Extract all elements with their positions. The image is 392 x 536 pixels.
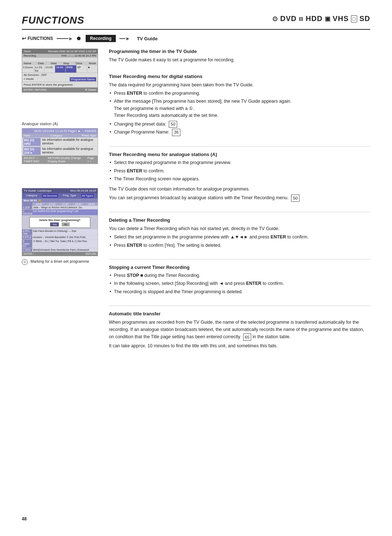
sd-icon: □ xyxy=(351,15,357,22)
section-body-digital: The data required for programming have b… xyxy=(109,81,370,136)
data-start-cell: 14:00 xyxy=(45,65,55,73)
spacer-mid xyxy=(22,93,102,122)
ch-info3sat: 2 Info/3sat xyxy=(22,209,32,215)
tvguide-times-row: 16:30 17:00 17:30 18:00 18:30 xyxy=(22,202,98,206)
analogue-row2: 902 (A) ZDF► No information available fo… xyxy=(22,147,98,156)
section-title-programming: Programming the timer in the TV Guide xyxy=(109,49,370,54)
section-timer-analogue: Timer Recording menu for analogue statio… xyxy=(109,152,370,202)
screen1-recording-row: Recording VHS –:– – 12:40:48 20.2 FRI xyxy=(22,54,98,58)
col-drive: Drive xyxy=(75,62,82,65)
enter-instruction: Press ENTER to store the programme. xyxy=(22,82,98,87)
section-stopping: Stopping a current Timer Recording Press… xyxy=(109,265,370,295)
tvguide-time-cells: 16:30 17:00 17:30 18:00 18:30 xyxy=(32,202,98,206)
digital-bullet-2: After the message [This programme has be… xyxy=(109,98,370,119)
ch-902-info: No information available for analogue se… xyxy=(42,147,97,155)
screen1-timer-label: Timer xyxy=(24,50,31,53)
vhs-icon: ▣ xyxy=(325,15,331,22)
dialog-no-button[interactable]: No xyxy=(62,222,70,226)
tvguide-date: Mon 06.03. 🔒 xyxy=(22,199,98,202)
data-name-cell: 3.Euros xyxy=(22,65,34,73)
screen1-remain: Remain HDD 34:14 SP DVD 1:02 SP xyxy=(48,50,96,53)
tvguide-row-superrt: 6 Super RT ⑦ Blintz – Ec | Takt Tur. Gal… xyxy=(22,240,98,248)
section-programming-timer: Programming the timer in the TV Guide Th… xyxy=(109,49,370,64)
section-title-digital: Timer Recording menu for digital station… xyxy=(109,74,370,79)
category-filter-label: Category xyxy=(26,194,37,198)
screen1-vhs-info: VHS –:– – 12:40:48 20.2 FRI xyxy=(61,54,96,57)
section-body-analogue: Select the required programme in the pro… xyxy=(109,159,370,202)
time-1800: 18:00 xyxy=(72,202,85,206)
analogue-bullet-2: Press ENTER to confirm. xyxy=(109,168,370,175)
stopping-bullet-2: In the following screen, select [Stop Re… xyxy=(109,280,370,287)
analogue-extra-2: You can set programmes broadcast by anal… xyxy=(109,194,370,202)
annotation-text: Marking for a timer-set programme xyxy=(30,259,89,263)
ch-zdf: 1 ZDF xyxy=(22,206,32,209)
section-title-deleting: Deleting a Timer Recording xyxy=(109,217,370,223)
section-timer-digital: Timer Recording menu for digital station… xyxy=(109,74,370,136)
tvguide-return-label: RETURN xyxy=(86,253,96,255)
section-automatic: Automatic title transfer When programmes… xyxy=(109,311,370,349)
nav-functions-item: ↩ FUNCTIONS xyxy=(22,36,53,41)
prog-info3sat: Ger Delete this timer programming? Leb xyxy=(32,209,98,215)
page-ref-50: 50 xyxy=(169,121,177,128)
analogue-bullets: Select the required programme in the pro… xyxy=(109,159,370,183)
tvguide-title: TV Guide: Landscape xyxy=(24,189,52,192)
deleting-bullets: Select the set programme in the programm… xyxy=(109,234,370,249)
tvguide-ch-col-header xyxy=(22,202,32,206)
time-1830: 18:30 xyxy=(85,202,98,206)
page-header: FUNCTIONS ⊙ DVD ⊟ HDD ▣ VHS □ SD xyxy=(22,15,370,30)
stopping-bullets: Press STOP ■ during the Timer Recording.… xyxy=(109,272,370,295)
divider-1 xyxy=(109,146,370,147)
dialog-yes-button[interactable]: Yes xyxy=(50,222,59,226)
tvguide-lock-icon: 🔒 xyxy=(38,199,41,202)
analogue-label: Analogue station (A) xyxy=(22,122,102,126)
deleting-bullet-1: Select the set programme in the programm… xyxy=(109,234,370,241)
enter-return-label: ENTER / RETURN xyxy=(24,88,46,91)
section-body-automatic: When programmes are recorded from the TV… xyxy=(109,319,370,349)
programming-intro: The TV Guide makes it easy to set a prog… xyxy=(109,56,370,64)
select-timer: SELECT ← TIMER REC xyxy=(24,156,48,163)
zone1-label: All Services : ZDF xyxy=(24,73,47,77)
automatic-extra: It can take approx. 10 minutes to find t… xyxy=(109,342,370,349)
digital-bullets: Press ENTER to confirm the programming. … xyxy=(109,90,370,119)
tvguide-date-label: Mon 06.03. xyxy=(24,199,37,202)
analogue-bottom: SELECT ← TIMER REC RETURN |Guide| Change… xyxy=(22,156,98,164)
ch-rtl2: 5 RTL2 xyxy=(22,236,32,239)
ch-902: 902 (A) ZDF► xyxy=(23,147,41,155)
nav-tvguide-label: TV Guide xyxy=(137,36,158,41)
dialog-title: Delete this timer programming? xyxy=(32,218,88,222)
all-services-filter: All Services xyxy=(42,194,58,198)
col-stop: Stop xyxy=(63,62,69,65)
prog-name-cell: Programme Name xyxy=(70,77,96,81)
tvguide-row-info3sat: 2 Info/3sat Ger Delete this timer progra… xyxy=(22,209,98,216)
page-ref-50b: 50 xyxy=(291,195,299,202)
analogue-bullet-3: The Timer Recording screen now appears. xyxy=(109,176,370,183)
page-ref-36: 36 xyxy=(172,129,180,136)
media-icons: ⊙ DVD ⊟ HDD ▣ VHS □ SD xyxy=(272,15,370,23)
main-content: Timer Remain HDD 34:14 SP DVD 1:02 SP Re… xyxy=(22,49,370,360)
section-body-deleting: You can delete a Timer Recording which h… xyxy=(109,225,370,249)
screen1-top: Timer Remain HDD 34:14 SP DVD 1:02 SP xyxy=(22,49,98,54)
dialog-buttons: Yes No xyxy=(32,222,88,226)
analogue-top: MON 13/11/04 11:14:20 Page+ ► ←P&K005 xyxy=(22,128,98,134)
all-types-filter: All Types xyxy=(81,194,94,198)
screen1-data-row: 3.Euros 11.03. Sa 14:00 16:00 DVD SP ► xyxy=(22,65,98,73)
prog-vox: Woh|Schmeck! Eine himmlische Fami | Ever… xyxy=(32,248,98,251)
type-filter-label: Prog. Type xyxy=(63,194,76,198)
dvd-disc-icon: ⊙ xyxy=(272,15,278,23)
dvd-label: DVD xyxy=(280,15,297,23)
ch-vox: 7 VOX xyxy=(22,248,32,251)
prog-rtl2: exclusiv – Vorsicht Baustelle! ⑦ Der Pri… xyxy=(32,236,98,239)
deleting-bullet-2: Press ENTER to confirm [Yes]. The settin… xyxy=(109,242,370,249)
change-display: RETURN |Guide| Change Display Mode xyxy=(48,156,87,163)
nav-recording-label: Recording xyxy=(86,35,116,42)
deleting-intro: You can delete a Timer Recording which h… xyxy=(109,225,370,232)
time-1700: 17:00 xyxy=(45,202,58,206)
screen1-cols: Name Date Start Stop Drive Mode xyxy=(22,61,98,65)
right-column: Programming the timer in the TV Guide Th… xyxy=(109,49,370,360)
col-mode: Mode xyxy=(89,62,96,65)
screen1-zone-row: All Services : ZDF xyxy=(22,73,98,77)
sd-label: SD xyxy=(359,15,370,23)
nav-bar: ↩ FUNCTIONS ━━━━► Recording ━━► TV Guide xyxy=(22,35,370,42)
screen1-bottom-bar: ENTER / RETURN ⑥ Delete xyxy=(22,87,98,92)
prog-rtltele: Dan Farm-Einsatz in Ordnung!.. – Das xyxy=(32,229,98,235)
